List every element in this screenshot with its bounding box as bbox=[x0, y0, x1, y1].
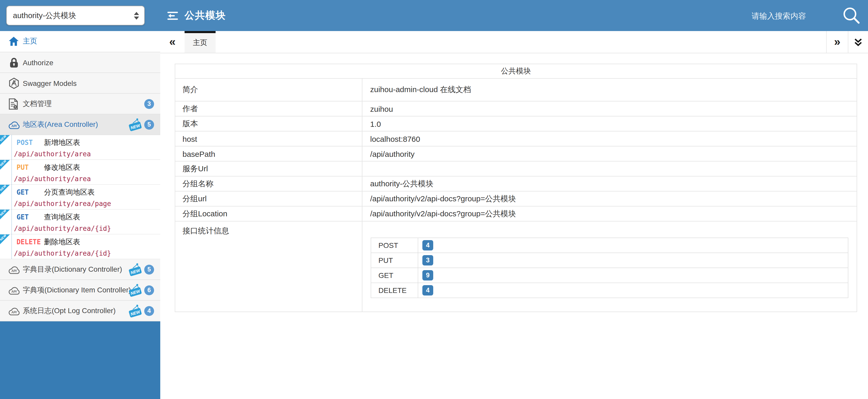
row-value: localhost:8760 bbox=[362, 131, 857, 146]
row-value: 1.0 bbox=[362, 116, 857, 131]
tab-scroll-right-button[interactable]: » bbox=[826, 31, 848, 53]
sidebar-controller-area[interactable]: API 地区表(Area Controller) NEW 5 bbox=[0, 114, 160, 135]
row-label: 简介 bbox=[175, 78, 362, 101]
sidebar-controller-opt-log[interactable]: API 系统日志(Opt Log Controller) NEW 4 bbox=[0, 301, 160, 321]
cloud-api-icon: API bbox=[7, 120, 21, 129]
row-label: 版本 bbox=[175, 116, 362, 131]
controller-label: 字典目录(Dictionary Controller) bbox=[23, 265, 122, 274]
count-badge: 4 bbox=[144, 306, 154, 316]
api-operation-get-area-page[interactable]: NEW GET 分页查询地区表 /api/authority/area/page bbox=[0, 185, 160, 209]
count-badge: 5 bbox=[144, 264, 154, 274]
stat-count-badge: 3 bbox=[422, 255, 433, 265]
stat-count-cell: 3 bbox=[418, 253, 848, 268]
operation-path: /api/authority/area/{id} bbox=[14, 250, 160, 257]
table-row: 分组Location /api/authority/v2/api-docs?gr… bbox=[175, 206, 857, 221]
method-label: PUT bbox=[17, 164, 44, 171]
sidebar-item-label: Swagger Models bbox=[23, 79, 77, 87]
table-row: 服务Url bbox=[175, 161, 857, 176]
stats-cell: POST 4 PUT 3 GET bbox=[362, 221, 857, 312]
cloud-api-icon: API bbox=[7, 306, 21, 315]
new-tag-icon: NEW bbox=[128, 283, 142, 297]
stat-count-cell: 4 bbox=[418, 283, 848, 298]
api-operation-get-area-id[interactable]: NEW GET 查询地区表 /api/authority/area/{id} bbox=[0, 209, 160, 234]
stat-count-cell: 9 bbox=[418, 268, 848, 283]
search-input[interactable] bbox=[751, 10, 825, 21]
group-select[interactable]: authority-公共模块 bbox=[6, 6, 145, 25]
table-row-stats: 接口统计信息 POST 4 PUT 3 bbox=[175, 221, 857, 312]
operation-name: 删除地区表 bbox=[44, 237, 80, 247]
info-table-title: 公共模块 bbox=[175, 64, 857, 78]
method-stats-table: POST 4 PUT 3 GET bbox=[371, 237, 848, 298]
method-label: POST bbox=[17, 139, 44, 146]
sidebar-item-authorize[interactable]: Authorize bbox=[0, 52, 160, 73]
api-operation-delete-area-id[interactable]: NEW DELETE 删除地区表 /api/authority/area/{id… bbox=[0, 234, 160, 259]
count-badge: 5 bbox=[144, 119, 154, 130]
sidebar-item-home[interactable]: 主页 bbox=[0, 31, 160, 52]
operation-name: 新增地区表 bbox=[44, 138, 80, 147]
row-value: /api/authority/v2/api-docs?group=公共模块 bbox=[362, 206, 857, 221]
api-info-table: 公共模块 简介 zuihou-admin-cloud 在线文档 作者 zuiho… bbox=[175, 64, 857, 312]
row-value: /api/authority bbox=[362, 146, 857, 161]
stat-method: POST bbox=[371, 238, 418, 253]
search-icon[interactable] bbox=[843, 7, 860, 24]
menu-fold-icon[interactable] bbox=[167, 10, 178, 21]
stat-count-badge: 4 bbox=[422, 285, 433, 295]
home-icon bbox=[7, 37, 21, 46]
row-value: zuihou bbox=[362, 101, 857, 116]
header-brand: 公共模块 bbox=[167, 0, 226, 31]
row-label: 接口统计信息 bbox=[175, 221, 362, 312]
count-badge: 3 bbox=[144, 99, 154, 109]
tree-dotted-line bbox=[11, 209, 12, 234]
sidebar-item-label: 文档管理 bbox=[23, 99, 52, 108]
table-row: 作者 zuihou bbox=[175, 101, 857, 116]
tree-dotted-line bbox=[11, 234, 12, 259]
row-label: 分组Location bbox=[175, 206, 362, 221]
stat-row: PUT 3 bbox=[371, 253, 848, 268]
row-value bbox=[362, 161, 857, 176]
row-label: 服务Url bbox=[175, 161, 362, 176]
tab-spacer bbox=[216, 31, 826, 53]
new-tag-icon: NEW bbox=[128, 304, 142, 317]
sidebar-controller-dictionary[interactable]: API 字典目录(Dictionary Controller) NEW 5 bbox=[0, 259, 160, 280]
row-label: 分组名称 bbox=[175, 176, 362, 191]
group-select-value: authority-公共模块 bbox=[13, 10, 134, 21]
stat-row: DELETE 4 bbox=[371, 283, 848, 298]
sidebar-item-label: 主页 bbox=[23, 37, 37, 46]
table-row: 分组名称 authority-公共模块 bbox=[175, 176, 857, 191]
sidebar: 主页 Authorize bbox=[0, 31, 160, 399]
stat-method: DELETE bbox=[371, 283, 418, 298]
operation-path: /api/authority/area bbox=[14, 175, 160, 183]
tab-scroll-left-button[interactable]: « bbox=[160, 31, 185, 53]
row-value: /api/authority/v2/api-docs?group=公共模块 bbox=[362, 191, 857, 206]
sidebar-item-swagger-models[interactable]: Swagger Models bbox=[0, 73, 160, 94]
tab-collapse-button[interactable] bbox=[848, 31, 868, 53]
table-row: host localhost:8760 bbox=[175, 131, 857, 146]
row-label: 分组url bbox=[175, 191, 362, 206]
row-label: host bbox=[175, 131, 362, 146]
tree-dotted-line bbox=[11, 185, 12, 209]
operation-name: 查询地区表 bbox=[44, 213, 80, 222]
header-search bbox=[751, 0, 860, 31]
operation-name: 修改地区表 bbox=[44, 163, 80, 172]
swagger-bootstrap-ui-app: authority-公共模块 公共模块 bbox=[0, 0, 868, 399]
sidebar-item-doc-manage[interactable]: 文档管理 3 bbox=[0, 94, 160, 114]
main-content: 公共模块 简介 zuihou-admin-cloud 在线文档 作者 zuiho… bbox=[160, 53, 868, 399]
stat-method: PUT bbox=[371, 253, 418, 268]
double-chevron-down-icon bbox=[854, 37, 863, 46]
api-operation-post-area[interactable]: NEW POST 新增地区表 /api/authority/area bbox=[0, 135, 160, 160]
tab-home[interactable]: 主页 bbox=[185, 31, 216, 53]
tree-dotted-line bbox=[11, 135, 12, 160]
sidebar-footer bbox=[0, 321, 160, 399]
method-label: GET bbox=[17, 189, 44, 196]
row-value: zuihou-admin-cloud 在线文档 bbox=[362, 78, 857, 101]
controller-label: 系统日志(Opt Log Controller) bbox=[23, 306, 116, 315]
sidebar-controller-dictionary-item[interactable]: API 字典项(Dictionary Item Controller) NEW … bbox=[0, 280, 160, 301]
svg-text:API: API bbox=[11, 310, 17, 314]
models-icon bbox=[7, 77, 21, 89]
new-tag-icon: NEW bbox=[128, 263, 142, 276]
table-row: basePath /api/authority bbox=[175, 146, 857, 161]
api-operation-put-area[interactable]: NEW PUT 修改地区表 /api/authority/area bbox=[0, 160, 160, 185]
operation-path: /api/authority/area/{id} bbox=[14, 225, 160, 232]
operation-path: /api/authority/area bbox=[14, 150, 160, 158]
count-badge: 6 bbox=[144, 285, 154, 295]
